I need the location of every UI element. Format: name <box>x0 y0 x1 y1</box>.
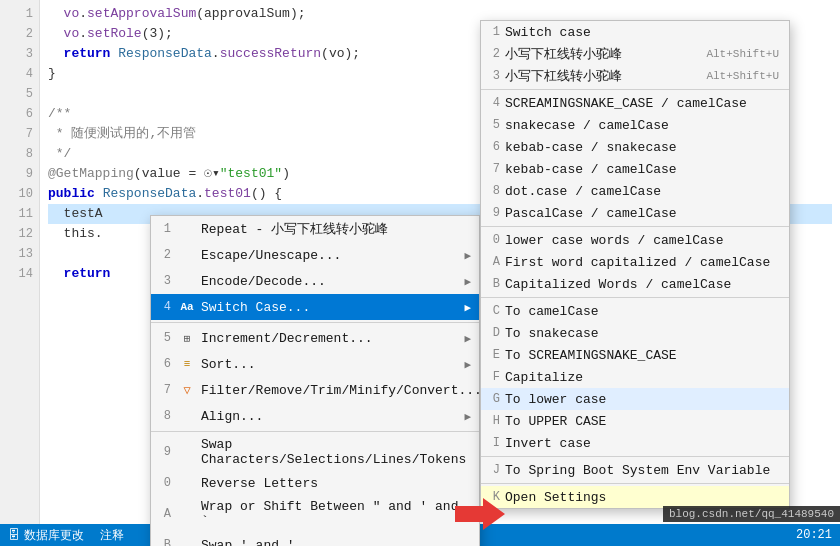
menu-label: Encode/Decode... <box>201 274 457 289</box>
menu-label: Reverse Letters <box>201 476 471 491</box>
sub-num: 8 <box>487 184 505 198</box>
sub-item-snakecase-camel[interactable]: 5 snakecase / camelCase <box>481 114 789 136</box>
menu-item-escape[interactable]: 2 Escape/Unescape... ▶ <box>151 242 479 268</box>
sub-item-kebab-camel[interactable]: 7 kebab-case / camelCase <box>481 158 789 180</box>
sub-item-open-settings[interactable]: K Open Settings <box>481 486 789 508</box>
sub-num: 6 <box>487 140 505 154</box>
sub-item-lower-words[interactable]: 0 lower case words / camelCase <box>481 229 789 251</box>
sub-num: 4 <box>487 96 505 110</box>
sub-num: 1 <box>487 25 505 39</box>
sort-icon: ≡ <box>177 354 197 374</box>
sub-shortcut: Alt+Shift+U <box>706 48 779 60</box>
sub-num: F <box>487 370 505 384</box>
menu-num: 4 <box>155 300 177 314</box>
menu-label: Swap Characters/Selections/Lines/Tokens <box>201 437 471 467</box>
sub-divider <box>481 226 789 227</box>
filter-icon: ▽ <box>177 380 197 400</box>
menu-label: Escape/Unescape... <box>201 248 457 263</box>
sub-label: Switch case <box>505 25 779 40</box>
sub-label: Invert case <box>505 436 779 451</box>
sub-item-capitalize[interactable]: F Capitalize <box>481 366 789 388</box>
sub-num: 9 <box>487 206 505 220</box>
menu-label: Filter/Remove/Trim/Minify/Convert... <box>201 383 482 398</box>
sub-divider <box>481 456 789 457</box>
svg-marker-0 <box>455 498 505 530</box>
escape-icon <box>177 245 197 265</box>
sub-item-switch-case[interactable]: 1 Switch case <box>481 21 789 43</box>
menu-label: Swap ' and ' <box>201 538 471 547</box>
swap-icon <box>177 442 197 462</box>
sub-item-to-lower[interactable]: G To lower case <box>481 388 789 410</box>
sub-label: To lower case <box>505 392 779 407</box>
sub-num: J <box>487 463 505 477</box>
arrow-icon: ▶ <box>457 332 471 345</box>
repeat-icon <box>177 219 197 239</box>
sub-divider <box>481 483 789 484</box>
bottom-item-comment: 注释 <box>100 527 124 544</box>
wrap-icon <box>177 504 197 524</box>
arrow-icon: ▶ <box>457 358 471 371</box>
sub-item-dot-camel[interactable]: 8 dot.case / camelCase <box>481 180 789 202</box>
menu-item-increment[interactable]: 5 ⊞ Increment/Decrement... ▶ <box>151 325 479 351</box>
sub-num: B <box>487 277 505 291</box>
sub-label: First word capitalized / camelCase <box>505 255 779 270</box>
sub-label: To camelCase <box>505 304 779 319</box>
db-label: 数据库更改 <box>24 527 84 544</box>
sub-item-invert[interactable]: I Invert case <box>481 432 789 454</box>
sub-num: 2 <box>487 47 505 61</box>
submenu-switch-case[interactable]: 1 Switch case 2 小写下杠线转小驼峰 Alt+Shift+U 3 … <box>480 20 790 509</box>
menu-label: Align... <box>201 409 457 424</box>
menu-label: Switch Case... <box>201 300 457 315</box>
sub-label: 小写下杠线转小驼峰 <box>505 67 698 85</box>
db-icon: 🗄 <box>8 528 20 543</box>
watermark: blog.csdn.net/qq_41489540 <box>663 506 840 522</box>
menu-item-reverse[interactable]: 0 Reverse Letters <box>151 470 479 496</box>
sub-item-to-camel[interactable]: C To camelCase <box>481 300 789 322</box>
arrow-pointer <box>455 498 505 534</box>
sub-item-first-word-cap[interactable]: A First word capitalized / camelCase <box>481 251 789 273</box>
menu-item-switch-case[interactable]: 4 Aa Switch Case... ▶ <box>151 294 479 320</box>
menu-num: 3 <box>155 274 177 288</box>
sub-label: lower case words / camelCase <box>505 233 779 248</box>
sub-item-pascal-camel[interactable]: 9 PascalCase / camelCase <box>481 202 789 224</box>
sub-label: Capitalized Words / camelCase <box>505 277 779 292</box>
reverse-icon <box>177 473 197 493</box>
menu-num: 1 <box>155 222 177 236</box>
sub-num: A <box>487 255 505 269</box>
menu-item-swapquote[interactable]: B Swap ' and ' <box>151 532 479 546</box>
menu-num: B <box>155 538 177 546</box>
menu-label: Sort... <box>201 357 457 372</box>
sub-shortcut: Alt+Shift+U <box>706 70 779 82</box>
sub-item-kebab-snake[interactable]: 6 kebab-case / snakecase <box>481 136 789 158</box>
sub-label: PascalCase / camelCase <box>505 206 779 221</box>
sub-item-to-upper[interactable]: H To UPPER CASE <box>481 410 789 432</box>
sub-label: Open Settings <box>505 490 779 505</box>
menu-item-sort[interactable]: 6 ≡ Sort... ▶ <box>151 351 479 377</box>
sub-item-to-snake[interactable]: D To snakecase <box>481 322 789 344</box>
sub-label: To UPPER CASE <box>505 414 779 429</box>
sub-item-lower-camel2[interactable]: 3 小写下杠线转小驼峰 Alt+Shift+U <box>481 65 789 87</box>
sub-item-lower-camel1[interactable]: 2 小写下杠线转小驼峰 Alt+Shift+U <box>481 43 789 65</box>
sub-item-cap-words[interactable]: B Capitalized Words / camelCase <box>481 273 789 295</box>
menu-item-align[interactable]: 8 Align... ▶ <box>151 403 479 429</box>
time-label: 20:21 <box>796 528 832 542</box>
menu-item-filter[interactable]: 7 ▽ Filter/Remove/Trim/Minify/Convert...… <box>151 377 479 403</box>
sub-label: SCREAMINGSNAKE_CASE / camelCase <box>505 96 779 111</box>
context-menu[interactable]: 1 Repeat - 小写下杠线转小驼峰 2 Escape/Unescape..… <box>150 215 480 546</box>
sub-item-screaming-snake[interactable]: 4 SCREAMINGSNAKE_CASE / camelCase <box>481 92 789 114</box>
sub-item-spring-env[interactable]: J To Spring Boot System Env Variable <box>481 459 789 481</box>
sub-num: 7 <box>487 162 505 176</box>
menu-num: 0 <box>155 476 177 490</box>
swapquote-icon <box>177 535 197 546</box>
menu-item-encode[interactable]: 3 Encode/Decode... ▶ <box>151 268 479 294</box>
sub-item-to-screaming[interactable]: E To SCREAMINGSNAKE_CASE <box>481 344 789 366</box>
menu-item-wrap[interactable]: A Wrap or Shift Between " and ' and ` <box>151 496 479 532</box>
sub-num: C <box>487 304 505 318</box>
menu-num: 5 <box>155 331 177 345</box>
menu-divider <box>151 322 479 323</box>
sub-label: To Spring Boot System Env Variable <box>505 463 779 478</box>
menu-item-repeat[interactable]: 1 Repeat - 小写下杠线转小驼峰 <box>151 216 479 242</box>
line-numbers: 1 2 3 4 5 6 7 8 9 10 11 12 13 14 <box>0 0 40 546</box>
menu-item-swap[interactable]: 9 Swap Characters/Selections/Lines/Token… <box>151 434 479 470</box>
menu-num: 8 <box>155 409 177 423</box>
